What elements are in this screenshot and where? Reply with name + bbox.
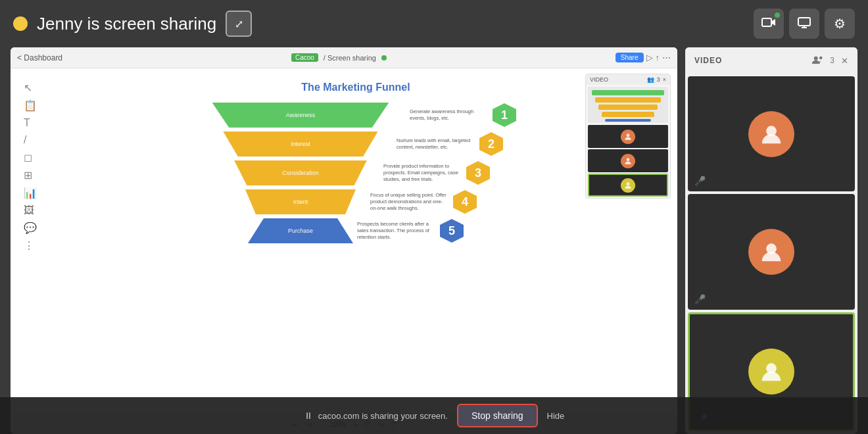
video-list: 🎤 🎤 🎤 bbox=[685, 74, 857, 434]
mini-diagram-thumb bbox=[588, 87, 668, 123]
video-button[interactable] bbox=[754, 9, 784, 39]
more-tools-icon[interactable]: ⋮ bbox=[24, 239, 37, 252]
mic-muted-icon-1: 🎤 bbox=[694, 176, 706, 186]
video-tile-2: 🎤 bbox=[688, 194, 855, 309]
screen-share-icon bbox=[797, 16, 811, 32]
avatar-3 bbox=[748, 349, 794, 395]
video-badge bbox=[775, 12, 780, 18]
text-icon[interactable]: T bbox=[24, 117, 37, 129]
svg-rect-0 bbox=[762, 18, 771, 26]
select-tool-icon[interactable]: ↖ bbox=[24, 82, 37, 94]
share-button[interactable]: Share bbox=[615, 53, 644, 62]
svg-rect-8 bbox=[605, 119, 651, 122]
svg-point-13 bbox=[819, 56, 823, 59]
avatar-1 bbox=[748, 111, 794, 157]
image-icon[interactable]: 🖼 bbox=[24, 205, 37, 216]
funnel-awareness-shape: Awareness bbox=[195, 103, 406, 128]
table-icon[interactable]: ⊞ bbox=[24, 169, 37, 181]
main-area: < Dashboard Cacoo / Screen sharing Share… bbox=[0, 47, 868, 434]
funnel-interest-shape: Interest bbox=[208, 132, 393, 157]
gear-icon: ⚙ bbox=[834, 16, 846, 32]
svg-rect-1 bbox=[798, 18, 810, 26]
video-panel-title: VIDEO bbox=[694, 56, 722, 65]
status-dot bbox=[13, 16, 28, 31]
sharing-text-area: ⏸ cacoo.com is sharing your screen. bbox=[304, 410, 448, 421]
upload-icon[interactable]: ↑ bbox=[656, 53, 660, 62]
funnel-row-awareness: Awareness Generate awareness through eve… bbox=[54, 103, 658, 128]
mini-video-header: VIDEO 👥 3 × bbox=[586, 74, 670, 85]
mini-video-title: VIDEO bbox=[590, 76, 608, 83]
funnel-purchase-shape: Purchase bbox=[248, 218, 353, 243]
funnel-interest-desc: Nurture leads with email, targeted conte… bbox=[397, 137, 475, 151]
participants-count: 3 bbox=[830, 56, 834, 65]
screen-share-area: < Dashboard Cacoo / Screen sharing Share… bbox=[11, 47, 677, 434]
svg-rect-6 bbox=[598, 105, 658, 110]
close-icon[interactable]: ✕ bbox=[841, 56, 848, 66]
funnel-row-interest: Interest Nurture leads with email, targe… bbox=[54, 132, 658, 157]
svg-rect-5 bbox=[595, 97, 661, 103]
funnel-purchase-desc: Prospects become clients after a sales t… bbox=[357, 221, 436, 240]
avatar-2 bbox=[748, 229, 794, 275]
bottom-bar: ⏸ cacoo.com is sharing your screen. Stop… bbox=[0, 397, 868, 434]
funnel-row-consideration: Consideration Provide product informatio… bbox=[54, 160, 658, 185]
funnel-title: The Marketing Funnel bbox=[301, 82, 410, 93]
funnel-num-1: 1 bbox=[493, 103, 516, 127]
back-button[interactable]: < Dashboard bbox=[17, 53, 62, 62]
funnel-intent-shape: Intent bbox=[235, 189, 366, 214]
header-right: ⚙ bbox=[754, 9, 855, 39]
funnel-awareness-desc: Generate awareness through events, blogs… bbox=[410, 108, 489, 122]
header-left: Jenny is screen sharing ⤢ bbox=[13, 11, 252, 37]
participants-icon bbox=[811, 55, 823, 66]
video-panel: VIDEO 3 ✕ 🎤 bbox=[685, 47, 857, 434]
video-icon bbox=[761, 16, 776, 32]
cast-icon[interactable]: ▷ bbox=[646, 53, 653, 62]
line-icon[interactable]: / bbox=[24, 134, 37, 146]
more-icon[interactable]: ⋯ bbox=[662, 53, 671, 62]
shrink-button[interactable]: ⤢ bbox=[226, 11, 252, 37]
mini-video-controls: 👥 3 × bbox=[647, 76, 666, 83]
settings-button[interactable]: ⚙ bbox=[825, 9, 855, 39]
header-title: Jenny is screen sharing bbox=[37, 14, 216, 34]
svg-rect-7 bbox=[602, 112, 654, 117]
browser-url-area: Cacoo / Screen sharing bbox=[68, 53, 610, 62]
funnel-num-3: 3 bbox=[466, 161, 490, 185]
mini-avatar-3 bbox=[621, 178, 635, 193]
pause-icon: ⏸ bbox=[304, 410, 313, 421]
chart-icon[interactable]: 📊 bbox=[24, 187, 37, 199]
funnel-num-2: 2 bbox=[479, 132, 503, 156]
funnel-diagram: The Marketing Funnel Awareness Generate … bbox=[47, 75, 664, 408]
comment-icon[interactable]: 💬 bbox=[24, 222, 37, 234]
mini-close-icon[interactable]: × bbox=[663, 76, 666, 83]
mini-tile-1 bbox=[588, 125, 668, 148]
diagram-area: ↖ 📋 T / ◻ ⊞ 📊 🖼 💬 ⋮ The Marketing Funnel… bbox=[11, 68, 677, 414]
hide-link[interactable]: Hide bbox=[547, 411, 565, 421]
screen-share-button[interactable] bbox=[789, 9, 819, 39]
sharing-text: cacoo.com is sharing your screen. bbox=[318, 411, 448, 421]
page-icon[interactable]: 📋 bbox=[24, 99, 37, 112]
shrink-icon: ⤢ bbox=[235, 18, 243, 30]
funnel-consideration-desc: Provide product information to prospects… bbox=[383, 163, 462, 182]
svg-point-11 bbox=[627, 182, 630, 185]
header: Jenny is screen sharing ⤢ bbox=[0, 0, 868, 47]
funnel-num-4: 4 bbox=[453, 190, 477, 214]
mini-avatar-1 bbox=[621, 130, 635, 144]
stop-sharing-button[interactable]: Stop sharing bbox=[457, 404, 538, 427]
shape-icon[interactable]: ◻ bbox=[24, 151, 37, 164]
browser-bar: < Dashboard Cacoo / Screen sharing Share… bbox=[11, 47, 677, 68]
funnel-intent-desc: Focus of unique selling point. Offer pro… bbox=[370, 192, 449, 211]
url-text: / Screen sharing bbox=[324, 54, 376, 62]
mini-tile-2 bbox=[588, 149, 668, 172]
funnel-consideration-shape: Consideration bbox=[222, 160, 379, 185]
svg-point-9 bbox=[627, 133, 630, 137]
video-tile-1: 🎤 bbox=[688, 76, 855, 191]
url-badge: Cacoo bbox=[291, 53, 318, 62]
video-panel-actions: 3 ✕ bbox=[811, 55, 848, 66]
svg-point-12 bbox=[814, 56, 818, 60]
video-panel-header: VIDEO 3 ✕ bbox=[685, 47, 857, 74]
mini-count: 3 bbox=[657, 76, 660, 83]
mic-muted-icon-2: 🎤 bbox=[694, 294, 706, 304]
mini-participants-icon: 👥 bbox=[647, 76, 654, 83]
mini-avatar-2 bbox=[621, 154, 635, 168]
funnel-row-purchase: Purchase Prospects become clients after … bbox=[54, 218, 658, 243]
mini-tile-3 bbox=[588, 174, 668, 197]
